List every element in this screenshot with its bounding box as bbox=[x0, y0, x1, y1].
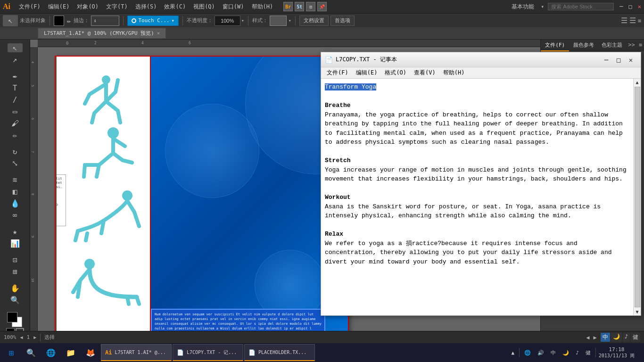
pencil-tool[interactable]: ✏ bbox=[8, 131, 23, 140]
hand-tool[interactable]: ✋ bbox=[8, 284, 23, 293]
selection-tool[interactable]: ↖ bbox=[8, 43, 23, 52]
page-nav-prev[interactable]: ◀ bbox=[20, 335, 23, 340]
menu-window[interactable]: 窗口(W) bbox=[220, 3, 247, 11]
scroll-down-btn[interactable]: ▼ bbox=[636, 309, 638, 314]
win-minimize[interactable]: ─ bbox=[619, 3, 623, 10]
firefox-taskbar-icon[interactable]: 🦊 bbox=[81, 344, 100, 361]
grid-icon[interactable]: ⊞ bbox=[306, 2, 315, 11]
menu-view[interactable]: 视图(Q) bbox=[190, 3, 218, 11]
win-restore[interactable]: □ bbox=[629, 3, 632, 10]
artboard-tool[interactable]: ⊡ bbox=[8, 255, 23, 264]
doc-settings-btn[interactable]: 文档设置 bbox=[299, 16, 329, 26]
fill-type-selector[interactable]: Touch C... ▾ bbox=[127, 16, 178, 26]
notepad-menu-format[interactable]: 格式(O) bbox=[381, 68, 410, 78]
menu-select[interactable]: 选择(S) bbox=[132, 3, 160, 11]
active-tab[interactable]: L7START_1.AI* @ 100% (CMYK/GPU 预览) × bbox=[38, 28, 166, 39]
edge-taskbar-icon[interactable]: 🌐 bbox=[41, 344, 60, 361]
tray-icons[interactable]: ▲ bbox=[510, 350, 517, 356]
clock[interactable]: 17:18 2013/11/13 周 bbox=[599, 346, 635, 359]
panels-icon[interactable]: ☰ bbox=[629, 16, 636, 25]
eyedropper-tool[interactable]: 💧 bbox=[8, 199, 23, 208]
gradient-tool[interactable]: ◧ bbox=[8, 187, 23, 196]
stock-search-input[interactable] bbox=[548, 3, 614, 10]
panel-menu-icon[interactable]: >> bbox=[626, 40, 636, 51]
type-tool[interactable]: T bbox=[8, 83, 23, 92]
win-close[interactable]: ✕ bbox=[638, 3, 641, 10]
color-tab[interactable]: 文件(F) bbox=[541, 40, 569, 51]
zoom-tool[interactable]: 🔍 bbox=[8, 296, 23, 304]
explorer-taskbar-icon[interactable]: 📁 bbox=[61, 344, 80, 361]
network-icon[interactable]: 🌐 bbox=[522, 350, 533, 356]
menu-effect[interactable]: 效果(C) bbox=[161, 3, 189, 11]
notepad-scrollbar[interactable]: ▲ ▼ bbox=[633, 79, 641, 315]
notepad-text-area[interactable]: Transform Yoga Breathe Pranayama, the yo… bbox=[321, 79, 633, 315]
moon-icon[interactable]: 🌙 bbox=[561, 350, 571, 356]
scroll-thumb[interactable] bbox=[635, 87, 640, 307]
notepad-minimize-btn[interactable]: ─ bbox=[600, 55, 612, 65]
left-text-box[interactable]: Num doloreetum ven sequam ver suscipisti… bbox=[57, 174, 66, 226]
blend-tool[interactable]: ∞ bbox=[8, 211, 23, 220]
workspace-menu[interactable]: 基本功能 bbox=[509, 3, 537, 11]
ime-box[interactable]: 中 bbox=[601, 333, 610, 342]
paintbrush-tool[interactable]: 🖌 bbox=[8, 119, 23, 128]
align-left-icon[interactable]: ☰ bbox=[621, 16, 627, 25]
speaker-icon[interactable]: 🔊 bbox=[536, 350, 546, 356]
opacity-dropdown-icon[interactable]: ▾ bbox=[241, 18, 244, 23]
placeholder-taskbar-app[interactable]: 📄 PLACEHOLDER.TX... bbox=[244, 344, 315, 361]
slice-tool[interactable]: ⊞ bbox=[8, 267, 23, 276]
foreground-color-swatch[interactable] bbox=[7, 312, 17, 322]
health-icon[interactable]: 健 bbox=[584, 349, 593, 356]
color-swatches[interactable] bbox=[7, 312, 23, 322]
pin-icon[interactable]: 📌 bbox=[317, 2, 327, 11]
rotate-tool[interactable]: ↻ bbox=[8, 147, 23, 156]
fill-options-icon[interactable]: ✏ bbox=[66, 16, 72, 25]
scale-tool[interactable]: ⤡ bbox=[8, 159, 23, 168]
notepad-close-btn[interactable]: ✕ bbox=[625, 55, 637, 65]
select-tool[interactable]: ↖ bbox=[3, 15, 18, 26]
sound-icon[interactable]: ♪ bbox=[574, 350, 581, 356]
notepad-menu-file[interactable]: 文件(F) bbox=[323, 68, 352, 78]
menu-edit[interactable]: 编辑(E) bbox=[45, 3, 73, 11]
preferences-btn[interactable]: 首选项 bbox=[330, 16, 355, 26]
status-scroll-right[interactable]: ▶ bbox=[594, 334, 597, 341]
input-method-icon[interactable]: 中 bbox=[549, 349, 558, 356]
extension-icon-2[interactable]: St bbox=[295, 2, 304, 11]
menu-extra-icon[interactable]: ≡ bbox=[638, 17, 641, 24]
search-taskbar-icon[interactable]: 🔍 bbox=[22, 344, 41, 361]
page-nav-next[interactable]: ▶ bbox=[33, 335, 36, 340]
style-preview[interactable] bbox=[270, 16, 287, 26]
tab-close-btn[interactable]: × bbox=[157, 31, 160, 36]
ime-punct[interactable]: ♪ bbox=[623, 333, 630, 342]
fill-color[interactable] bbox=[54, 16, 64, 26]
line-tool[interactable]: / bbox=[8, 95, 23, 104]
symbol-tool[interactable]: ★ bbox=[8, 227, 23, 236]
menu-object[interactable]: 对象(O) bbox=[74, 3, 101, 11]
notepad-taskbar-app[interactable]: 📄 L7COPY.TXT - 记... bbox=[173, 344, 243, 361]
menu-help[interactable]: 帮助(H) bbox=[249, 3, 276, 11]
panel-extra-icon[interactable]: ≡ bbox=[637, 40, 644, 51]
color-theme-tab[interactable]: 色彩主题 bbox=[598, 40, 626, 51]
notepad-maximize-btn[interactable]: □ bbox=[612, 55, 625, 65]
scroll-up-btn[interactable]: ▲ bbox=[636, 80, 638, 85]
ime-health[interactable]: 健 bbox=[631, 333, 640, 342]
notepad-title-bar[interactable]: 📄 L7COPY.TXT - 记事本 ─ □ ✕ bbox=[321, 52, 641, 67]
notepad-menu-edit[interactable]: 编辑(E) bbox=[352, 68, 381, 78]
stroke-options[interactable]: ↕ bbox=[91, 16, 119, 26]
status-scroll-left[interactable]: ◀ bbox=[586, 334, 589, 341]
column-graph-tool[interactable]: 📊 bbox=[8, 239, 23, 248]
menu-text[interactable]: 文字(T) bbox=[103, 3, 131, 11]
direct-selection-tool[interactable]: ↗ bbox=[8, 55, 23, 64]
style-dropdown-icon[interactable]: ▾ bbox=[289, 18, 291, 23]
ime-moon[interactable]: 🌙 bbox=[611, 333, 622, 342]
menu-file[interactable]: 文件(F) bbox=[16, 3, 43, 11]
notepad-menu-view[interactable]: 查看(V) bbox=[410, 68, 439, 78]
extension-icon-1[interactable]: Br bbox=[283, 2, 293, 11]
color-guide-tab[interactable]: 颜色参考 bbox=[569, 40, 597, 51]
opacity-input[interactable] bbox=[215, 16, 240, 26]
warp-tool[interactable]: ≋ bbox=[8, 175, 23, 184]
pen-tool[interactable]: ✒ bbox=[8, 72, 23, 81]
notepad-menu-help[interactable]: 帮助(H) bbox=[439, 68, 469, 78]
illustrator-taskbar-app[interactable]: Ai L7START_1.AI* @... bbox=[101, 344, 172, 361]
rect-tool[interactable]: ▭ bbox=[8, 107, 23, 116]
start-button[interactable]: ⊞ bbox=[2, 344, 21, 361]
